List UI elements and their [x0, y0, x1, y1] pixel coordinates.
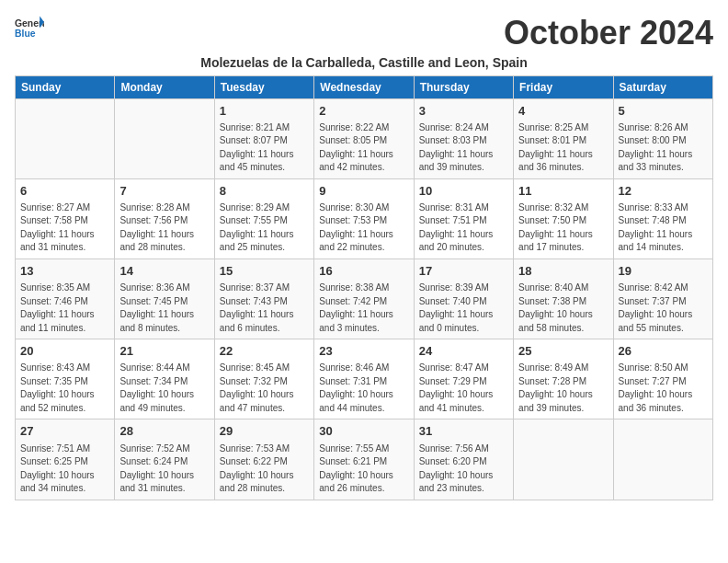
- calendar-cell: 24Sunrise: 8:47 AM Sunset: 7:29 PM Dayli…: [414, 339, 513, 419]
- calendar-cell: 6Sunrise: 8:27 AM Sunset: 7:58 PM Daylig…: [16, 178, 115, 259]
- calendar-cell: 23Sunrise: 8:46 AM Sunset: 7:31 PM Dayli…: [314, 339, 414, 419]
- day-info: Sunrise: 8:28 AM Sunset: 7:56 PM Dayligh…: [119, 201, 209, 255]
- day-number: 9: [319, 183, 408, 200]
- day-info: Sunrise: 8:37 AM Sunset: 7:43 PM Dayligh…: [220, 282, 309, 335]
- day-info: Sunrise: 7:51 AM Sunset: 6:25 PM Dayligh…: [20, 442, 109, 496]
- calendar-cell: 29Sunrise: 7:53 AM Sunset: 6:22 PM Dayli…: [214, 419, 313, 500]
- day-number: 25: [518, 343, 608, 360]
- logo: General Blue: [15, 15, 44, 40]
- day-number: 2: [319, 103, 408, 120]
- calendar-cell: 8Sunrise: 8:29 AM Sunset: 7:55 PM Daylig…: [214, 178, 313, 259]
- day-number: 3: [419, 103, 508, 120]
- day-number: 6: [20, 183, 109, 200]
- day-info: Sunrise: 8:47 AM Sunset: 7:29 PM Dayligh…: [419, 362, 508, 415]
- day-info: Sunrise: 8:43 AM Sunset: 7:35 PM Dayligh…: [20, 362, 109, 415]
- day-info: Sunrise: 8:38 AM Sunset: 7:42 PM Dayligh…: [319, 282, 408, 335]
- day-info: Sunrise: 8:44 AM Sunset: 7:34 PM Dayligh…: [119, 362, 209, 415]
- day-info: Sunrise: 8:49 AM Sunset: 7:28 PM Dayligh…: [518, 362, 608, 415]
- day-number: 12: [619, 183, 708, 200]
- calendar-week-row: 27Sunrise: 7:51 AM Sunset: 6:25 PM Dayli…: [16, 419, 713, 500]
- day-info: Sunrise: 8:22 AM Sunset: 8:05 PM Dayligh…: [319, 121, 408, 175]
- header-cell-thursday: Thursday: [414, 75, 513, 98]
- day-info: Sunrise: 8:31 AM Sunset: 7:51 PM Dayligh…: [419, 201, 508, 255]
- header: General Blue October 2024: [15, 15, 713, 52]
- logo-icon: General Blue: [15, 15, 44, 40]
- day-info: Sunrise: 7:52 AM Sunset: 6:24 PM Dayligh…: [119, 442, 209, 496]
- calendar-table: SundayMondayTuesdayWednesdayThursdayFrid…: [15, 75, 713, 500]
- day-number: 24: [419, 343, 508, 360]
- header-cell-tuesday: Tuesday: [214, 75, 313, 98]
- day-number: 15: [220, 263, 309, 280]
- calendar-cell: 14Sunrise: 8:36 AM Sunset: 7:45 PM Dayli…: [115, 259, 214, 339]
- calendar-week-row: 6Sunrise: 8:27 AM Sunset: 7:58 PM Daylig…: [16, 178, 713, 259]
- day-info: Sunrise: 8:50 AM Sunset: 7:27 PM Dayligh…: [619, 362, 708, 415]
- calendar-cell: 2Sunrise: 8:22 AM Sunset: 8:05 PM Daylig…: [314, 98, 414, 178]
- day-number: 29: [220, 423, 309, 440]
- calendar-cell: 1Sunrise: 8:21 AM Sunset: 8:07 PM Daylig…: [214, 98, 313, 178]
- calendar-cell: 7Sunrise: 8:28 AM Sunset: 7:56 PM Daylig…: [115, 178, 214, 259]
- calendar-cell: 3Sunrise: 8:24 AM Sunset: 8:03 PM Daylig…: [414, 98, 513, 178]
- day-number: 5: [619, 103, 708, 120]
- calendar-cell: 9Sunrise: 8:30 AM Sunset: 7:53 PM Daylig…: [314, 178, 414, 259]
- day-number: 26: [619, 343, 708, 360]
- day-number: 16: [319, 263, 408, 280]
- day-info: Sunrise: 8:35 AM Sunset: 7:46 PM Dayligh…: [20, 282, 109, 335]
- day-number: 1: [220, 103, 309, 120]
- day-number: 22: [220, 343, 309, 360]
- calendar-cell: 25Sunrise: 8:49 AM Sunset: 7:28 PM Dayli…: [514, 339, 613, 419]
- calendar-cell: 18Sunrise: 8:40 AM Sunset: 7:38 PM Dayli…: [514, 259, 613, 339]
- calendar-cell: [16, 98, 115, 178]
- day-info: Sunrise: 8:26 AM Sunset: 8:00 PM Dayligh…: [619, 121, 708, 175]
- day-number: 10: [419, 183, 508, 200]
- calendar-week-row: 13Sunrise: 8:35 AM Sunset: 7:46 PM Dayli…: [16, 259, 713, 339]
- day-number: 13: [20, 263, 109, 280]
- title-area: October 2024: [504, 15, 713, 52]
- day-info: Sunrise: 8:27 AM Sunset: 7:58 PM Dayligh…: [20, 201, 109, 255]
- day-info: Sunrise: 8:39 AM Sunset: 7:40 PM Dayligh…: [419, 282, 508, 335]
- day-info: Sunrise: 8:29 AM Sunset: 7:55 PM Dayligh…: [220, 201, 309, 255]
- day-info: Sunrise: 8:24 AM Sunset: 8:03 PM Dayligh…: [419, 121, 508, 175]
- calendar-cell: [115, 98, 214, 178]
- header-cell-monday: Monday: [115, 75, 214, 98]
- calendar-cell: 19Sunrise: 8:42 AM Sunset: 7:37 PM Dayli…: [613, 259, 712, 339]
- calendar-cell: 12Sunrise: 8:33 AM Sunset: 7:48 PM Dayli…: [613, 178, 712, 259]
- day-number: 31: [419, 423, 508, 440]
- month-title: October 2024: [504, 15, 713, 52]
- calendar-cell: 20Sunrise: 8:43 AM Sunset: 7:35 PM Dayli…: [16, 339, 115, 419]
- day-info: Sunrise: 7:56 AM Sunset: 6:20 PM Dayligh…: [419, 442, 508, 496]
- calendar-cell: 16Sunrise: 8:38 AM Sunset: 7:42 PM Dayli…: [314, 259, 414, 339]
- calendar-cell: 31Sunrise: 7:56 AM Sunset: 6:20 PM Dayli…: [414, 419, 513, 500]
- header-cell-friday: Friday: [514, 75, 613, 98]
- calendar-cell: 11Sunrise: 8:32 AM Sunset: 7:50 PM Dayli…: [514, 178, 613, 259]
- location-subtitle: Molezuelas de la Carballeda, Castille an…: [15, 55, 713, 70]
- day-number: 20: [20, 343, 109, 360]
- day-number: 17: [419, 263, 508, 280]
- calendar-cell: 15Sunrise: 8:37 AM Sunset: 7:43 PM Dayli…: [214, 259, 313, 339]
- calendar-cell: 4Sunrise: 8:25 AM Sunset: 8:01 PM Daylig…: [514, 98, 613, 178]
- calendar-cell: 27Sunrise: 7:51 AM Sunset: 6:25 PM Dayli…: [16, 419, 115, 500]
- day-number: 21: [119, 343, 209, 360]
- day-info: Sunrise: 8:33 AM Sunset: 7:48 PM Dayligh…: [619, 201, 708, 255]
- day-number: 19: [619, 263, 708, 280]
- calendar-cell: 30Sunrise: 7:55 AM Sunset: 6:21 PM Dayli…: [314, 419, 414, 500]
- day-info: Sunrise: 8:21 AM Sunset: 8:07 PM Dayligh…: [220, 121, 309, 175]
- calendar-body: 1Sunrise: 8:21 AM Sunset: 8:07 PM Daylig…: [16, 98, 713, 500]
- day-number: 11: [518, 183, 608, 200]
- day-number: 14: [119, 263, 209, 280]
- svg-text:Blue: Blue: [15, 29, 36, 39]
- day-info: Sunrise: 8:45 AM Sunset: 7:32 PM Dayligh…: [220, 362, 309, 415]
- header-cell-wednesday: Wednesday: [314, 75, 414, 98]
- day-info: Sunrise: 8:32 AM Sunset: 7:50 PM Dayligh…: [518, 201, 608, 255]
- day-number: 7: [119, 183, 209, 200]
- calendar-cell: 22Sunrise: 8:45 AM Sunset: 7:32 PM Dayli…: [214, 339, 313, 419]
- calendar-cell: 26Sunrise: 8:50 AM Sunset: 7:27 PM Dayli…: [613, 339, 712, 419]
- calendar-cell: 10Sunrise: 8:31 AM Sunset: 7:51 PM Dayli…: [414, 178, 513, 259]
- calendar-cell: [613, 419, 712, 500]
- day-number: 4: [518, 103, 608, 120]
- day-info: Sunrise: 8:25 AM Sunset: 8:01 PM Dayligh…: [518, 121, 608, 175]
- day-number: 8: [220, 183, 309, 200]
- header-cell-saturday: Saturday: [613, 75, 712, 98]
- calendar-cell: 21Sunrise: 8:44 AM Sunset: 7:34 PM Dayli…: [115, 339, 214, 419]
- day-number: 23: [319, 343, 408, 360]
- calendar-week-row: 1Sunrise: 8:21 AM Sunset: 8:07 PM Daylig…: [16, 98, 713, 178]
